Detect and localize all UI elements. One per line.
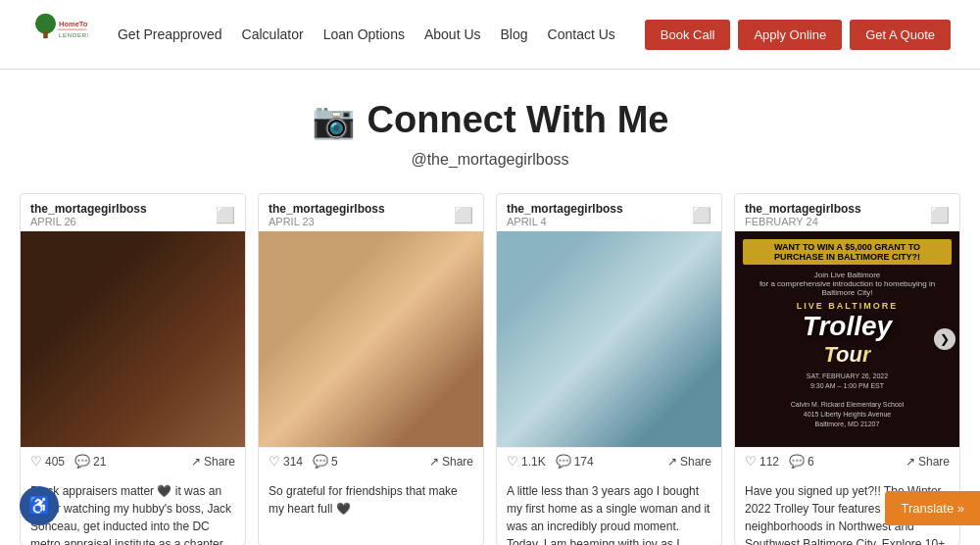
post-image xyxy=(497,231,721,447)
section-title: 📷 Connect With Me xyxy=(20,99,960,141)
post-instagram-icon: ⬜ xyxy=(692,206,711,224)
header-buttons: Book Call Apply Online Get A Quote xyxy=(645,20,951,50)
post-date: APRIL 26 xyxy=(30,216,147,227)
share-button[interactable]: ↗ Share xyxy=(191,455,235,469)
post-date: APRIL 4 xyxy=(507,216,623,227)
share-label: Share xyxy=(918,455,950,469)
svg-text:HomeTown: HomeTown xyxy=(59,20,88,28)
nav-calculator[interactable]: Calculator xyxy=(242,26,304,42)
nav-links: Get Preapproved Calculator Loan Options … xyxy=(118,26,615,42)
section-heading: Connect With Me xyxy=(368,99,669,141)
post-date: FEBRUARY 24 xyxy=(745,216,861,227)
post-stats: ♡ 314 💬 5 ↗ Share xyxy=(259,447,483,474)
post-caption: So grateful for friendships that make my… xyxy=(259,474,483,525)
post-user-info: the_mortagegirlboss APRIL 26 xyxy=(30,202,147,227)
chevron-right-icon: ❯ xyxy=(940,332,950,346)
get-quote-button[interactable]: Get A Quote xyxy=(850,20,951,50)
post-stats: ♡ 112 💬 6 ↗ Share xyxy=(735,447,959,474)
share-button[interactable]: ↗ Share xyxy=(429,455,473,469)
instagram-icon: 📷 xyxy=(312,100,356,141)
logo[interactable]: HomeTown LENDERS xyxy=(29,10,88,59)
likes-stat: ♡ 1.1K xyxy=(507,454,546,469)
post-caption: A little less than 3 years ago I bought … xyxy=(497,474,721,545)
book-call-button[interactable]: Book Call xyxy=(645,20,731,50)
share-label: Share xyxy=(442,455,473,469)
post-card: the_mortagegirlboss APRIL 4 ⬜ ♡ 1.1K 💬 1… xyxy=(496,193,722,545)
trolley-live: LIVE BALTIMORE xyxy=(797,301,898,311)
posts-grid: the_mortagegirlboss APRIL 26 ⬜ ♡ 405 💬 2… xyxy=(20,193,960,545)
comments-stat: 💬 5 xyxy=(313,454,338,469)
heart-icon: ♡ xyxy=(269,454,280,469)
comments-count: 21 xyxy=(93,455,106,469)
main-content: 📷 Connect With Me @the_mortagegirlboss t… xyxy=(0,70,980,545)
trolley-banner: WANT TO WIN A $5,000 GRANT TO PURCHASE I… xyxy=(743,239,952,265)
comments-stat: 💬 174 xyxy=(556,454,594,469)
comments-stat: 💬 21 xyxy=(74,454,106,469)
nav-get-preapproved[interactable]: Get Preapproved xyxy=(118,26,222,42)
translate-button[interactable]: Translate » xyxy=(885,491,980,525)
heart-icon: ♡ xyxy=(745,454,757,469)
trolley-title: Trolley xyxy=(803,313,892,340)
nav-loan-options[interactable]: Loan Options xyxy=(323,26,405,42)
comments-count: 174 xyxy=(574,455,594,469)
share-button[interactable]: ↗ Share xyxy=(906,455,950,469)
likes-stat: ♡ 314 xyxy=(269,454,303,469)
likes-count: 112 xyxy=(760,455,779,469)
heart-icon: ♡ xyxy=(507,454,518,469)
comments-count: 6 xyxy=(808,455,814,469)
share-label: Share xyxy=(680,455,711,469)
likes-stat: ♡ 405 xyxy=(30,454,65,469)
post-user-info: the_mortagegirlboss FEBRUARY 24 xyxy=(745,202,861,227)
next-slide-button[interactable]: ❯ xyxy=(934,328,956,350)
post-username: the_mortagegirlboss xyxy=(269,202,385,216)
comments-stat: 💬 6 xyxy=(789,454,814,469)
main-nav: Get Preapproved Calculator Loan Options … xyxy=(118,26,615,42)
nav-blog[interactable]: Blog xyxy=(501,26,528,42)
heart-icon: ♡ xyxy=(30,454,42,469)
post-instagram-icon: ⬜ xyxy=(216,206,235,224)
header: HomeTown LENDERS Get Preapproved Calcula… xyxy=(0,0,980,70)
likes-count: 1.1K xyxy=(521,455,546,469)
post-stats: ♡ 1.1K 💬 174 ↗ Share xyxy=(497,447,721,474)
post-user-info: the_mortagegirlboss APRIL 4 xyxy=(507,202,623,227)
post-image xyxy=(21,231,245,447)
comments-count: 5 xyxy=(331,455,338,469)
likes-stat: ♡ 112 xyxy=(745,454,779,469)
instagram-handle[interactable]: @the_mortagegirlboss xyxy=(20,151,960,169)
accessibility-button[interactable]: ♿ xyxy=(20,486,59,525)
nav-contact-us[interactable]: Contact Us xyxy=(548,26,615,42)
post-header: the_mortagegirlboss APRIL 4 ⬜ xyxy=(497,194,721,231)
post-header: the_mortagegirlboss APRIL 26 ⬜ xyxy=(21,194,245,231)
post-header: the_mortagegirlboss FEBRUARY 24 ⬜ xyxy=(735,194,959,231)
likes-count: 405 xyxy=(45,455,65,469)
post-image: WANT TO WIN A $5,000 GRANT TO PURCHASE I… xyxy=(735,231,959,447)
post-instagram-icon: ⬜ xyxy=(930,206,950,224)
post-user-info: the_mortagegirlboss APRIL 23 xyxy=(269,202,385,227)
accessibility-icon: ♿ xyxy=(28,495,50,517)
share-icon: ↗ xyxy=(906,455,915,469)
nav-about-us[interactable]: About Us xyxy=(424,26,481,42)
comment-icon: 💬 xyxy=(556,454,571,469)
post-username: the_mortagegirlboss xyxy=(30,202,147,216)
trolley-details: SAT. FEBRUARY 26, 20229:30 AM – 1:00 PM … xyxy=(791,372,905,429)
share-icon: ↗ xyxy=(667,455,677,469)
svg-rect-1 xyxy=(43,31,48,39)
share-icon: ↗ xyxy=(429,455,439,469)
post-header: the_mortagegirlboss APRIL 23 ⬜ xyxy=(259,194,483,231)
apply-online-button[interactable]: Apply Online xyxy=(738,20,842,50)
post-username: the_mortagegirlboss xyxy=(507,202,623,216)
likes-count: 314 xyxy=(283,455,303,469)
comment-icon: 💬 xyxy=(313,454,328,469)
svg-point-0 xyxy=(35,14,56,34)
trolley-tour: Tour xyxy=(823,342,870,368)
share-icon: ↗ xyxy=(191,455,201,469)
share-label: Share xyxy=(204,455,235,469)
post-instagram-icon: ⬜ xyxy=(454,206,473,224)
svg-text:LENDERS: LENDERS xyxy=(59,32,88,38)
trolley-subtitle: Join Live Baltimorefor a comprehensive i… xyxy=(743,271,952,297)
post-date: APRIL 23 xyxy=(269,216,385,227)
share-button[interactable]: ↗ Share xyxy=(667,455,711,469)
comment-icon: 💬 xyxy=(74,454,90,469)
comment-icon: 💬 xyxy=(789,454,805,469)
post-card: the_mortagegirlboss APRIL 23 ⬜ ♡ 314 💬 5 xyxy=(258,193,484,545)
